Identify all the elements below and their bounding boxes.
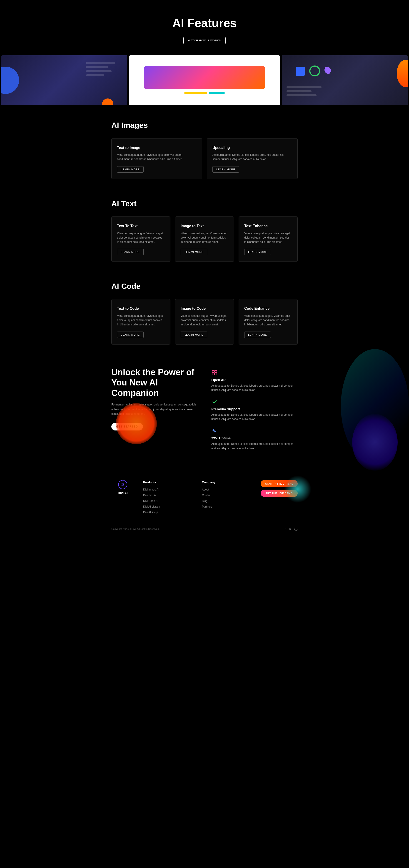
card-upscaling: Upscaling Ac feugiat ante. Donec ultrice… [207, 138, 298, 179]
card-image-to-text-desc: Vitae consequat augue. Vivamus eget dolo… [181, 231, 228, 244]
footer-link-about[interactable]: About [202, 488, 252, 492]
text-enhance-learn-btn[interactable]: LEARN MORE [244, 249, 271, 255]
banner-left-lines [86, 62, 123, 79]
banner-center-bars [184, 92, 225, 94]
footer-link-divi-ai-plugin[interactable]: Divi AI Plugin [143, 510, 193, 515]
card-image-to-code: Image to Code Vitae consequat augue. Viv… [175, 299, 234, 344]
social-icons: f 𝕏 ◯ [285, 527, 298, 532]
ai-text-title: AI Text [111, 197, 298, 210]
ai-code-cards: Text to Code Vitae consequat augue. Viva… [111, 299, 298, 344]
text-to-text-learn-btn[interactable]: LEARN MORE [117, 249, 144, 255]
ai-text-cards: Text To Text Vitae consequat augue. Viva… [111, 216, 298, 262]
twitter-x-icon[interactable]: 𝕏 [289, 527, 291, 532]
card-text-to-text-title: Text To Text [117, 223, 165, 229]
footer-link-divi-code-ai[interactable]: Divi Code AI [143, 499, 193, 503]
card-image-to-text-title: Image to Text [181, 223, 228, 229]
ai-code-section: AI Code Text to Code Vitae consequat aug… [102, 266, 307, 349]
feature-api-desc: Ac feugiat ante. Donec ultrices lobortis… [211, 384, 298, 392]
banner-line-2 [86, 66, 108, 68]
banner-left-panel [1, 55, 127, 105]
card-text-to-code-title: Text to Code [117, 306, 165, 312]
card-text-to-text-desc: Vitae consequat augue. Vivamus eget dolo… [117, 231, 165, 244]
bar-teal [209, 92, 225, 94]
text-to-image-learn-btn[interactable]: LEARN MORE [117, 166, 144, 173]
card-upscaling-title: Upscaling [212, 145, 292, 151]
try-live-demo-button[interactable]: TRY THE LIVE DEMO [261, 490, 298, 497]
cta-right: Open API Ac feugiat ante. Donec ultrices… [211, 367, 298, 457]
feature-support-desc: Ac feugiat ante. Donec ultrices lobortis… [211, 413, 298, 422]
card-text-to-image-title: Text to Image [117, 145, 197, 151]
svg-rect-0 [212, 370, 214, 372]
footer-cta-buttons: START A FREE TRIAL TRY THE LIVE DEMO [261, 480, 298, 497]
code-enhance-learn-btn[interactable]: LEARN MORE [244, 332, 271, 338]
card-text-to-image-desc: Vitae consequat augue. Vivamus eget dolo… [117, 153, 197, 161]
ai-images-cards: Text to Image Vitae consequat augue. Viv… [111, 138, 298, 179]
upscaling-learn-btn[interactable]: LEARN MORE [212, 166, 239, 173]
hero-section: AI Features WATCH HOW IT WORKS [0, 0, 409, 51]
footer-link-partners[interactable]: Partners [202, 505, 252, 509]
card-code-enhance-desc: Vitae consequat augue. Vivamus eget dolo… [244, 314, 292, 327]
text-to-code-learn-btn[interactable]: LEARN MORE [117, 332, 144, 338]
banner-right-line-3 [286, 94, 316, 96]
card-upscaling-desc: Ac feugiat ante. Donec ultrices lobortis… [212, 153, 292, 161]
facebook-icon[interactable]: f [285, 527, 285, 532]
card-text-enhance-title: Text Enhance [244, 223, 292, 229]
cta-inner: Unlock the Power of You New AI Companion… [102, 367, 307, 457]
feature-uptime-desc: Ac feugiat ante. Donec ultrices lobortis… [211, 442, 298, 451]
instagram-icon[interactable]: ◯ [294, 527, 298, 532]
card-text-to-image: Text to Image Vitae consequat augue. Viv… [111, 138, 202, 179]
banner-right-panel [282, 55, 408, 105]
card-text-to-text: Text To Text Vitae consequat augue. Viva… [111, 216, 170, 262]
banner-center-panel [129, 55, 280, 105]
feature-open-api: Open API Ac feugiat ante. Donec ultrices… [211, 370, 298, 392]
image-to-code-learn-btn[interactable]: LEARN MORE [181, 332, 207, 338]
card-image-to-text: Image to Text Vitae consequat augue. Viv… [175, 216, 234, 262]
pulse-icon [211, 428, 218, 434]
footer-link-divi-image-ai[interactable]: Divi Image AI [143, 488, 193, 492]
check-icon [211, 399, 218, 405]
footer-link-blog[interactable]: Blog [202, 499, 252, 503]
start-free-trial-button[interactable]: START A FREE TRIAL [261, 480, 298, 487]
shape-blue-square [296, 67, 305, 76]
banner-orange-blob [102, 98, 113, 105]
footer-bottom: Copyright © 2024 Divi. All Rights Reserv… [102, 523, 307, 535]
banner-line-4 [86, 74, 104, 76]
footer-brand-name: Divi AI [111, 491, 134, 496]
footer-link-contact[interactable]: Contact [202, 493, 252, 498]
footer-cta-blob [284, 475, 311, 503]
footer-link-divi-ai-library[interactable]: Divi AI Library [143, 505, 193, 509]
card-image-to-code-title: Image to Code [181, 306, 228, 312]
banner-area [0, 55, 409, 105]
feature-uptime-title: 99% Uptime [211, 435, 298, 441]
feature-api-title: Open API [211, 377, 298, 383]
svg-rect-2 [212, 373, 214, 375]
footer-brand: D Divi AI [111, 480, 134, 496]
banner-right-lines [286, 86, 337, 98]
footer-products-col: Products Divi Image AI Divi Text AI Divi… [143, 480, 193, 516]
card-text-enhance-desc: Vitae consequat augue. Vivamus eget dolo… [244, 231, 292, 244]
cta-blob-teal [341, 349, 409, 463]
shape-purple [323, 67, 331, 74]
feature-uptime: 99% Uptime Ac feugiat ante. Donec ultric… [211, 428, 298, 451]
ai-images-section: AI Images Text to Image Vitae consequat … [102, 105, 307, 184]
cta-orange-blob [116, 403, 157, 444]
banner-line-3 [86, 70, 111, 72]
bar-yellow [184, 92, 207, 94]
svg-rect-3 [215, 373, 217, 375]
image-to-text-learn-btn[interactable]: LEARN MORE [181, 249, 207, 255]
page-title: AI Features [5, 13, 405, 33]
cta-blob-purple [352, 414, 398, 471]
cta-left: Unlock the Power of You New AI Companion… [111, 367, 198, 431]
card-image-to-code-desc: Vitae consequat augue. Vivamus eget dolo… [181, 314, 228, 327]
banner-right-line-1 [286, 86, 321, 88]
footer-inner: D Divi AI Products Divi Image AI Divi Te… [102, 480, 307, 516]
cta-section: Unlock the Power of You New AI Companion… [0, 349, 409, 471]
card-text-to-code: Text to Code Vitae consequat augue. Viva… [111, 299, 170, 344]
api-icon [211, 370, 218, 376]
card-code-enhance: Code Enhance Vitae consequat augue. Viva… [239, 299, 298, 344]
feature-support-title: Premium Support [211, 406, 298, 412]
footer-link-divi-text-ai[interactable]: Divi Text AI [143, 493, 193, 498]
shape-orange-right [397, 60, 408, 87]
footer-company-col: Company About Contact Blog Partners [202, 480, 252, 510]
watch-how-it-works-button[interactable]: WATCH HOW IT WORKS [183, 37, 226, 44]
